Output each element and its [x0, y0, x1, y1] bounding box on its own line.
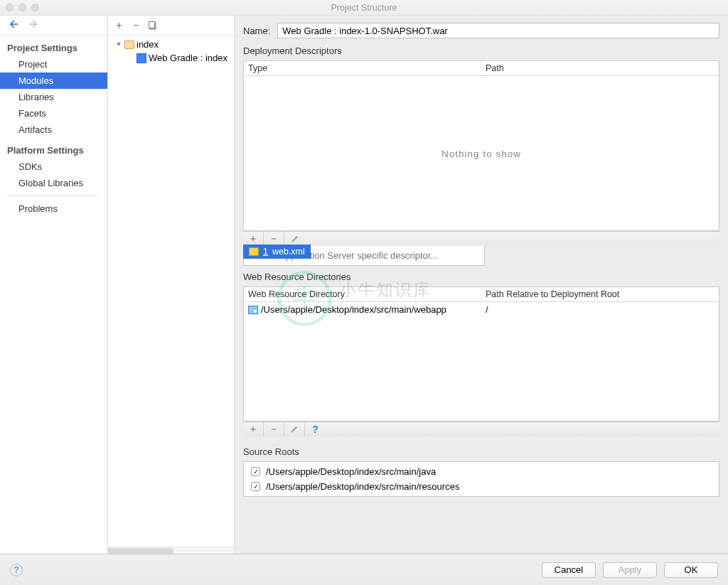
empty-message: Nothing to show [244, 148, 719, 159]
section-project-settings: Project Settings [0, 36, 107, 56]
sidebar-item-problems[interactable]: Problems [0, 200, 107, 217]
tree-child-label: Web Gradle : index [149, 53, 228, 63]
tree-node-root[interactable]: index [108, 38, 234, 51]
tree-toolbar: ＋ － [108, 16, 234, 36]
titlebar: Project Structure [0, 0, 728, 16]
checkbox[interactable]: ✓ [251, 467, 260, 476]
name-input[interactable] [277, 23, 719, 38]
web-dir-value: /Users/apple/Desktop/index/src/main/weba… [261, 304, 446, 315]
minimize-window-icon[interactable] [18, 4, 26, 11]
dep-add-button[interactable]: ＋ [243, 232, 264, 246]
add-button[interactable]: ＋ [111, 18, 127, 33]
remove-button[interactable]: － [128, 18, 144, 33]
cancel-button[interactable]: Cancel [542, 562, 596, 578]
sidebar-item-libraries[interactable]: Libraries [0, 89, 107, 105]
back-arrow-icon[interactable] [9, 19, 18, 32]
window-title: Project Structure [0, 3, 728, 13]
col-type[interactable]: Type [244, 61, 481, 75]
forward-arrow-icon[interactable] [28, 19, 38, 32]
checkbox[interactable]: ✓ [251, 482, 260, 491]
web-edit-button[interactable] [284, 422, 305, 436]
web-help-button[interactable]: ? [305, 422, 326, 436]
source-root-path: /Users/apple/Desktop/index/src/main/reso… [266, 481, 459, 492]
main-panel: Name: Deployment Descriptors Type Path N… [235, 16, 728, 554]
copy-icon[interactable] [145, 18, 161, 33]
tree-root-label: index [136, 39, 159, 50]
module-tree: index Web Gradle : index [108, 36, 234, 547]
dep-desc-toolbar: ＋ － [243, 231, 719, 246]
xml-file-icon [249, 247, 259, 256]
web-resource-dirs-label: Web Resource Directories [235, 270, 728, 284]
web-res-toolbar: ＋ － ? [243, 422, 719, 436]
col-path[interactable]: Path [481, 61, 719, 75]
sidebar-nav [0, 16, 107, 36]
source-roots-panel: ✓ /Users/apple/Desktop/index/src/main/ja… [243, 461, 719, 497]
folder-icon [124, 41, 134, 49]
col-path-relative[interactable]: Path Relative to Deployment Root [481, 287, 719, 301]
web-remove-button[interactable]: － [264, 422, 284, 436]
sidebar-item-global-libraries[interactable]: Global Libraries [0, 175, 107, 191]
help-button[interactable]: ? [10, 564, 23, 576]
dep-edit-button[interactable] [284, 232, 305, 246]
popup-label: web.xml [272, 247, 305, 257]
table-row[interactable]: /Users/apple/Desktop/index/src/main/weba… [244, 302, 719, 317]
sidebar: Project Settings Project Modules Librari… [0, 16, 108, 554]
directory-icon [248, 306, 258, 314]
module-tree-panel: ＋ － index Web Gradle : index [108, 16, 235, 554]
section-platform-settings: Platform Settings [0, 138, 107, 159]
sidebar-item-project[interactable]: Project [0, 56, 107, 73]
sidebar-item-modules[interactable]: Modules [0, 73, 107, 89]
sidebar-item-facets[interactable]: Facets [0, 105, 107, 122]
close-window-icon[interactable] [6, 4, 14, 11]
dep-remove-button[interactable]: － [264, 232, 284, 246]
sidebar-item-sdks[interactable]: SDKs [0, 159, 107, 175]
source-roots-label: Source Roots [235, 445, 728, 458]
source-root-row[interactable]: ✓ /Users/apple/Desktop/index/src/main/ja… [244, 466, 719, 477]
col-web-dir[interactable]: Web Resource Directory [244, 287, 481, 301]
web-xml-menu-item[interactable]: 1 web.xml [243, 245, 311, 259]
web-resource-table: Web Resource Directory Path Relative to … [243, 286, 719, 422]
deployment-descriptors-label: Deployment Descriptors [235, 44, 728, 58]
source-root-path: /Users/apple/Desktop/index/src/main/java [266, 466, 436, 477]
tree-node-web[interactable]: Web Gradle : index [108, 51, 234, 65]
horizontal-scrollbar[interactable] [108, 547, 234, 554]
popup-index: 1 [263, 247, 268, 257]
web-module-icon [136, 53, 146, 63]
web-path-value: / [486, 304, 488, 315]
source-root-row[interactable]: ✓ /Users/apple/Desktop/index/src/main/re… [244, 481, 719, 492]
name-label: Name: [243, 26, 270, 36]
svg-rect-1 [149, 21, 155, 28]
web-add-button[interactable]: ＋ [243, 422, 264, 436]
sidebar-item-artifacts[interactable]: Artifacts [0, 122, 107, 138]
maximize-window-icon[interactable] [31, 4, 39, 11]
apply-button: Apply [603, 562, 657, 578]
expand-icon[interactable] [117, 43, 121, 46]
deployment-descriptors-table: Type Path Nothing to show [243, 60, 719, 231]
divider [7, 195, 100, 196]
footer: ? Cancel Apply OK [0, 554, 728, 585]
ok-button[interactable]: OK [664, 562, 718, 578]
